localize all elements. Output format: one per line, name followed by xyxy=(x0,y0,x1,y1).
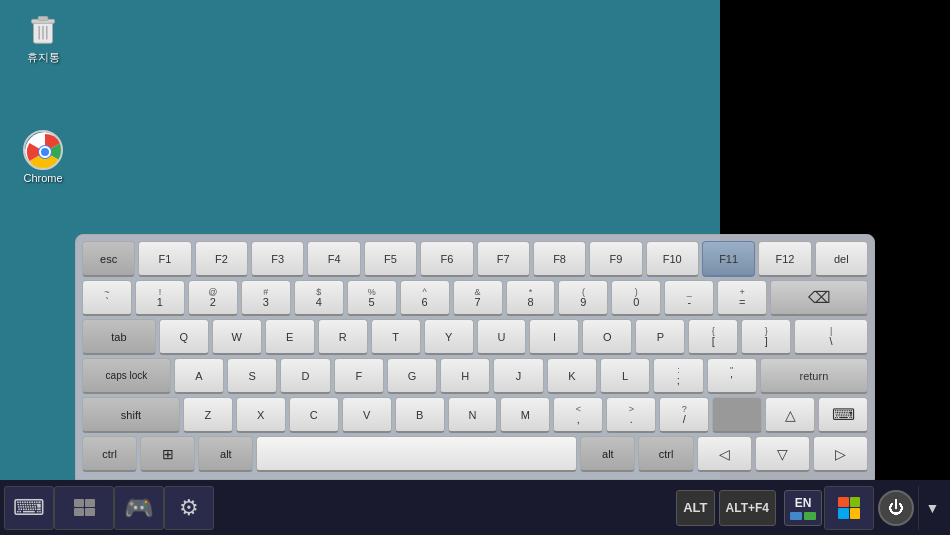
key-arrow-up[interactable]: △ xyxy=(765,397,815,433)
taskbar-windows-button[interactable] xyxy=(824,486,874,530)
key-slash[interactable]: ? / xyxy=(659,397,709,433)
chrome-icon[interactable]: Chrome xyxy=(8,130,78,184)
key-h[interactable]: H xyxy=(440,358,490,394)
key-open-bracket[interactable]: { [ xyxy=(688,319,738,355)
keyboard-row-function: esc F1 F2 F3 F4 F5 F6 F7 F8 F9 F10 F11 F… xyxy=(82,241,868,277)
svg-rect-2 xyxy=(38,17,48,21)
key-4[interactable]: $ 4 xyxy=(294,280,344,316)
taskbar-gamepad-button[interactable]: 🎮 xyxy=(114,486,164,530)
key-f11[interactable]: F11 xyxy=(702,241,755,277)
key-t[interactable]: T xyxy=(371,319,421,355)
key-f4[interactable]: F4 xyxy=(307,241,360,277)
taskbar-settings-button[interactable]: ⚙ xyxy=(164,486,214,530)
key-p[interactable]: P xyxy=(635,319,685,355)
key-equals[interactable]: + = xyxy=(717,280,767,316)
key-f1[interactable]: F1 xyxy=(138,241,191,277)
key-backspace[interactable]: ⌫ xyxy=(770,280,868,316)
power-icon: ⏻ xyxy=(888,499,904,517)
key-ctrl-left[interactable]: ctrl xyxy=(82,436,137,472)
key-tilde[interactable]: ~ ` xyxy=(82,280,132,316)
key-k[interactable]: K xyxy=(547,358,597,394)
key-m[interactable]: M xyxy=(500,397,550,433)
key-3[interactable]: # 3 xyxy=(241,280,291,316)
chrome-image xyxy=(23,130,63,170)
key-z[interactable]: Z xyxy=(183,397,233,433)
key-tab[interactable]: tab xyxy=(82,319,156,355)
dropdown-arrow-icon: ▼ xyxy=(926,500,940,516)
key-f3[interactable]: F3 xyxy=(251,241,304,277)
key-win[interactable]: ⊞ xyxy=(140,436,195,472)
taskbar-power-button[interactable]: ⏻ xyxy=(878,490,914,526)
chrome-label: Chrome xyxy=(23,172,62,184)
key-r[interactable]: R xyxy=(318,319,368,355)
key-f6[interactable]: F6 xyxy=(420,241,473,277)
key-7[interactable]: & 7 xyxy=(453,280,503,316)
key-y[interactable]: Y xyxy=(424,319,474,355)
key-return[interactable]: return xyxy=(760,358,868,394)
key-n[interactable]: N xyxy=(448,397,498,433)
key-f12[interactable]: F12 xyxy=(758,241,811,277)
key-f[interactable]: F xyxy=(334,358,384,394)
key-shift[interactable]: shift xyxy=(82,397,180,433)
key-s[interactable]: S xyxy=(227,358,277,394)
keyboard-row-asdf: caps lock A S D F G H J K L : ; " ' retu… xyxy=(82,358,868,394)
key-5[interactable]: % 5 xyxy=(347,280,397,316)
key-space[interactable] xyxy=(256,436,577,472)
taskbar-altf4-button[interactable]: ALT+F4 xyxy=(719,490,776,526)
recycle-bin-icon[interactable]: 휴지통 xyxy=(8,8,78,65)
key-f5[interactable]: F5 xyxy=(364,241,417,277)
key-i[interactable]: I xyxy=(529,319,579,355)
key-quote[interactable]: " ' xyxy=(707,358,757,394)
taskbar-keyboard-button[interactable]: ⌨ xyxy=(4,486,54,530)
key-1[interactable]: ! 1 xyxy=(135,280,185,316)
key-alt-right[interactable]: alt xyxy=(580,436,635,472)
key-arrow-left[interactable]: ◁ xyxy=(697,436,752,472)
key-e[interactable]: E xyxy=(265,319,315,355)
key-arrow-down[interactable]: ▽ xyxy=(755,436,810,472)
key-f2[interactable]: F2 xyxy=(195,241,248,277)
recycle-bin-image xyxy=(23,8,63,48)
key-arrow-right[interactable]: ▷ xyxy=(813,436,868,472)
key-9[interactable]: ( 9 xyxy=(558,280,608,316)
key-o[interactable]: O xyxy=(582,319,632,355)
key-f8[interactable]: F8 xyxy=(533,241,586,277)
key-8[interactable]: * 8 xyxy=(506,280,556,316)
key-del[interactable]: del xyxy=(815,241,868,277)
key-f9[interactable]: F9 xyxy=(589,241,642,277)
language-indicator[interactable]: EN xyxy=(784,490,822,526)
keyboard-row-qwerty: tab Q W E R T Y U I O P { [ } ] | \ xyxy=(82,319,868,355)
key-d[interactable]: D xyxy=(280,358,330,394)
key-2[interactable]: @ 2 xyxy=(188,280,238,316)
key-g[interactable]: G xyxy=(387,358,437,394)
key-c[interactable]: C xyxy=(289,397,339,433)
key-minus[interactable]: _ - xyxy=(664,280,714,316)
key-esc[interactable]: esc xyxy=(82,241,135,277)
key-f10[interactable]: F10 xyxy=(646,241,699,277)
taskbar-icon-1[interactable] xyxy=(54,486,114,530)
key-close-bracket[interactable]: } ] xyxy=(741,319,791,355)
key-l[interactable]: L xyxy=(600,358,650,394)
key-ctrl-right[interactable]: ctrl xyxy=(638,436,693,472)
key-v[interactable]: V xyxy=(342,397,392,433)
key-q[interactable]: Q xyxy=(159,319,209,355)
key-w[interactable]: W xyxy=(212,319,262,355)
key-keyboard-icon[interactable]: ⌨ xyxy=(818,397,868,433)
key-b[interactable]: B xyxy=(395,397,445,433)
key-j[interactable]: J xyxy=(493,358,543,394)
alt-f4-label: ALT+F4 xyxy=(726,501,769,515)
taskbar-alt-button[interactable]: ALT xyxy=(676,490,714,526)
key-x[interactable]: X xyxy=(236,397,286,433)
key-alt-left[interactable]: alt xyxy=(198,436,253,472)
key-0[interactable]: ) 0 xyxy=(611,280,661,316)
key-backslash[interactable]: | \ xyxy=(794,319,868,355)
key-comma[interactable]: < , xyxy=(553,397,603,433)
key-a[interactable]: A xyxy=(174,358,224,394)
key-f7[interactable]: F7 xyxy=(477,241,530,277)
keyboard-row-bottom: ctrl ⊞ alt alt ctrl ◁ ▽ ▷ xyxy=(82,436,868,472)
key-capslock[interactable]: caps lock xyxy=(82,358,171,394)
key-period[interactable]: > . xyxy=(606,397,656,433)
key-semicolon[interactable]: : ; xyxy=(653,358,703,394)
key-6[interactable]: ^ 6 xyxy=(400,280,450,316)
key-u[interactable]: U xyxy=(477,319,527,355)
taskbar-dropdown-button[interactable]: ▼ xyxy=(918,486,946,530)
